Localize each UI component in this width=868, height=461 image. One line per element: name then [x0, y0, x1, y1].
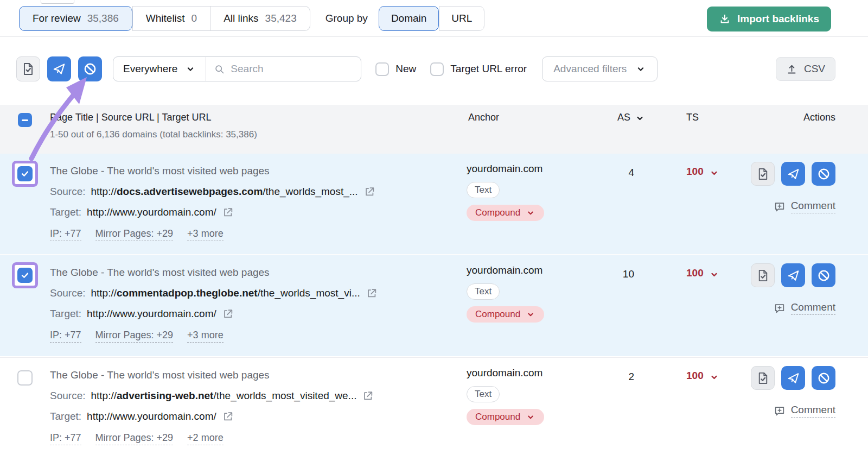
external-link-icon[interactable] [222, 206, 234, 218]
chevron-down-icon [709, 168, 719, 178]
ts-value-dropdown[interactable]: 100 [649, 255, 727, 356]
comment-button[interactable]: Comment [727, 200, 868, 213]
more-link[interactable]: +3 more [187, 329, 224, 343]
column-header-as-sort[interactable]: AS [598, 105, 649, 154]
external-link-icon[interactable] [366, 287, 378, 299]
row-disavow-button[interactable] [812, 162, 835, 186]
external-link-icon[interactable] [222, 308, 234, 320]
table-header: Page Title | Source URL | Target URL 1-5… [0, 105, 868, 154]
paper-plane-icon [787, 371, 800, 385]
target-url-error-checkbox[interactable]: Target URL error [430, 62, 527, 76]
column-header-ts: TS [649, 105, 727, 154]
more-link[interactable]: +2 more [187, 432, 224, 445]
row-whitelist-button[interactable] [781, 366, 805, 390]
source-label: Source: [50, 283, 85, 304]
advanced-filters-dropdown[interactable]: Advanced filters [542, 56, 658, 81]
chevron-down-icon [635, 112, 645, 123]
more-link[interactable]: +3 more [187, 228, 224, 241]
scope-dropdown[interactable]: Everywhere [113, 57, 206, 81]
comment-plus-icon [774, 302, 786, 314]
row-checkbox[interactable] [17, 166, 33, 181]
ts-value-dropdown[interactable]: 100 [649, 154, 727, 254]
target-label: Target: [50, 304, 81, 324]
as-value: 10 [598, 255, 649, 356]
comment-button[interactable]: Comment [727, 301, 868, 315]
table-row: The Globe - The world's most visited web… [0, 154, 868, 254]
ip-count-link[interactable]: IP: +77 [50, 228, 81, 241]
group-by-url[interactable]: URL [439, 6, 484, 31]
block-icon [817, 167, 831, 181]
tab-count: 35,423 [265, 12, 297, 24]
target-url: http://www.yourdomain.com/ [87, 406, 216, 427]
new-filter-checkbox[interactable]: New [375, 62, 416, 76]
ts-value-dropdown[interactable]: 100 [649, 358, 727, 461]
row-review-button[interactable] [751, 162, 775, 186]
export-csv-button[interactable]: CSV [776, 57, 835, 81]
paper-plane-icon [787, 269, 800, 282]
target-label: Target: [50, 202, 81, 223]
top-tab-bar: For review 35,386 Whitelist 0 All links … [0, 0, 868, 37]
tab-count: 35,386 [87, 12, 119, 24]
as-value: 2 [598, 358, 649, 461]
row-whitelist-button[interactable] [781, 263, 805, 287]
tab-count: 0 [192, 12, 197, 24]
mirror-pages-link[interactable]: Mirror Pages: +29 [95, 228, 174, 241]
ip-count-link[interactable]: IP: +77 [50, 329, 81, 343]
mirror-pages-link[interactable]: Mirror Pages: +29 [95, 329, 174, 343]
paper-plane-icon [52, 62, 66, 76]
tutorial-highlight-frame [12, 161, 38, 187]
new-filter-label: New [395, 63, 416, 75]
move-to-whitelist-button[interactable] [47, 56, 71, 81]
checkbox-box[interactable] [430, 62, 444, 76]
external-link-icon[interactable] [222, 411, 234, 422]
target-url: http://www.yourdomain.com/ [87, 202, 216, 223]
group-by-label: Group by [326, 12, 368, 24]
source-label: Source: [50, 181, 85, 202]
compound-badge-dropdown[interactable]: Compound [467, 409, 544, 425]
document-check-icon [756, 371, 770, 385]
tab-all-links[interactable]: All links 35,423 [210, 6, 310, 31]
as-value: 4 [598, 154, 649, 254]
anchor-text: yourdomain.com [467, 162, 598, 175]
external-link-icon[interactable] [362, 390, 374, 402]
search-input[interactable] [231, 63, 344, 75]
row-review-button[interactable] [751, 366, 775, 390]
select-all-checkbox[interactable] [18, 113, 32, 127]
move-to-review-button[interactable] [16, 56, 40, 81]
group-by-domain[interactable]: Domain [379, 6, 439, 31]
compound-badge-dropdown[interactable]: Compound [467, 205, 544, 221]
row-review-button[interactable] [751, 263, 775, 287]
document-check-icon [756, 269, 770, 282]
download-icon [719, 13, 731, 25]
paper-plane-icon [787, 167, 800, 181]
document-check-icon [21, 62, 35, 76]
mirror-pages-link[interactable]: Mirror Pages: +29 [95, 432, 174, 445]
chevron-down-icon [709, 269, 719, 280]
block-icon [817, 371, 831, 385]
disavow-button[interactable] [78, 56, 102, 81]
tab-whitelist[interactable]: Whitelist 0 [132, 6, 210, 31]
row-whitelist-button[interactable] [781, 162, 805, 186]
tab-for-review[interactable]: For review 35,386 [19, 6, 132, 31]
scope-dropdown-value: Everywhere [123, 63, 177, 75]
checkbox-box[interactable] [375, 62, 389, 76]
tutorial-highlight-frame [12, 262, 38, 288]
source-label: Source: [50, 386, 85, 406]
tab-label: Whitelist [146, 12, 185, 24]
chevron-down-icon [185, 64, 196, 74]
import-backlinks-button[interactable]: Import backlinks [707, 7, 831, 31]
bulk-actions-toolbar: Everywhere New Target URL error [0, 37, 868, 100]
ip-count-link[interactable]: IP: +77 [50, 432, 81, 445]
comment-button[interactable]: Comment [727, 404, 868, 418]
external-link-icon[interactable] [363, 186, 375, 198]
row-checkbox[interactable] [17, 268, 33, 283]
backlink-audit-page: For review 35,386 Whitelist 0 All links … [0, 0, 868, 461]
anchor-type-badge: Text [467, 182, 500, 198]
csv-label: CSV [804, 63, 825, 75]
compound-badge-dropdown[interactable]: Compound [467, 306, 544, 323]
column-header-actions: Actions [727, 105, 868, 154]
row-disavow-button[interactable] [812, 366, 835, 390]
row-disavow-button[interactable] [812, 263, 835, 287]
row-checkbox[interactable] [17, 370, 33, 386]
document-check-icon [756, 167, 770, 181]
